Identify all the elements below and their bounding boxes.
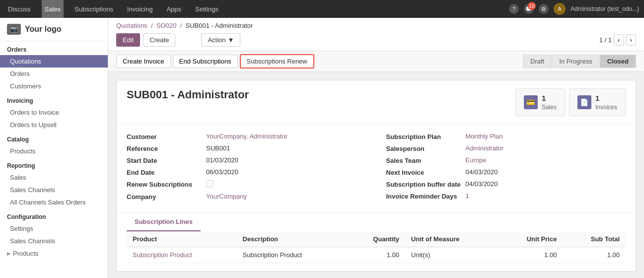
status-in-progress[interactable]: In Progress xyxy=(552,55,599,68)
status-closed[interactable]: Closed xyxy=(600,55,636,68)
status-draft[interactable]: Draft xyxy=(523,55,552,68)
chevron-right-icon: ▶ xyxy=(7,251,11,256)
col-header-uom: Unit of Measure xyxy=(405,231,498,247)
col-header-unit-price: Unit Price xyxy=(498,231,563,247)
section-invoicing: Invoicing xyxy=(0,92,108,106)
cell-description: Subscription Product xyxy=(237,247,347,263)
field-end-date-value: 06/03/2020 xyxy=(206,168,238,176)
breadcrumb: Quotations / SO020 / SUB001 - Administra… xyxy=(116,22,636,29)
smart-btn-invoices-info: 1 Invoices xyxy=(595,93,617,112)
help-icon[interactable]: ? xyxy=(509,4,519,14)
field-subscription-plan: Subscription Plan Monthly Plan xyxy=(386,133,626,140)
sidebar-item-all-channels[interactable]: All Channels Sales Orders xyxy=(0,196,108,208)
field-buffer-date-value: 04/03/2020 xyxy=(466,180,498,188)
field-company: Company YourCompany xyxy=(127,193,366,201)
topbar-item-discuss[interactable]: Discuss xyxy=(5,0,34,18)
section-reporting: Reporting xyxy=(0,157,108,171)
cell-subtotal: 1.00 xyxy=(563,247,626,263)
topbar-item-settings[interactable]: Settings xyxy=(192,0,221,18)
messages-icon[interactable]: 💬 10 xyxy=(524,4,534,14)
col-header-description: Description xyxy=(237,231,347,247)
field-customer-value[interactable]: YourCompany, Administrator xyxy=(206,133,287,140)
tabs: Subscription Lines xyxy=(117,212,636,231)
field-reminder-days: Invoice Reminder Days 1 xyxy=(386,192,626,200)
end-subscriptions-button[interactable]: End Subscriptions xyxy=(173,55,238,68)
cell-unit-price: 1.00 xyxy=(498,247,563,263)
breadcrumb-so020[interactable]: SO020 xyxy=(156,22,176,29)
field-reminder-days-value[interactable]: 1 xyxy=(466,192,469,200)
field-next-invoice-value: 04/03/2020 xyxy=(466,168,498,176)
tab-subscription-lines[interactable]: Subscription Lines xyxy=(127,213,201,231)
record-area: SUB001 - Administrator 💳 1 Sales 📄 xyxy=(108,72,644,278)
cell-product[interactable]: Subscription Product xyxy=(127,247,237,263)
create-invoice-button[interactable]: Create Invoice xyxy=(116,55,171,68)
create-button[interactable]: Create xyxy=(143,33,175,47)
field-end-date: End Date 06/03/2020 xyxy=(127,168,366,176)
smart-btn-sales-icon: 💳 xyxy=(524,95,538,109)
sidebar-item-orders-to-upsell[interactable]: Orders to Upsell xyxy=(0,119,108,131)
sidebar-item-products-config[interactable]: ▶ Products xyxy=(0,247,108,260)
sidebar-item-quotations[interactable]: Quotations xyxy=(0,55,108,68)
pagination-prev[interactable]: ‹ xyxy=(614,34,624,46)
field-company-value[interactable]: YourCompany xyxy=(206,193,247,200)
avatar[interactable]: A xyxy=(554,3,566,15)
record-header: SUB001 - Administrator 💳 1 Sales 📄 xyxy=(117,80,636,125)
topbar-item-subscriptions[interactable]: Subscriptions xyxy=(72,0,116,18)
breadcrumb-quotations[interactable]: Quotations xyxy=(116,22,147,29)
pagination-text: 1 / 1 xyxy=(599,36,612,44)
sidebar-item-config-sales-channels[interactable]: Sales Channels xyxy=(0,235,108,247)
section-configuration: Configuration xyxy=(0,208,108,222)
sidebar-item-orders[interactable]: Orders xyxy=(0,68,108,80)
col-header-subtotal: Sub Total xyxy=(563,231,626,247)
toolbar: Edit Create Action ▼ 1 / 1 ‹ › xyxy=(116,33,636,47)
field-buffer-date: Subscription buffer date 04/03/2020 xyxy=(386,180,626,188)
field-renew-subscriptions: Renew Subscriptions xyxy=(127,180,366,189)
activity-icon[interactable]: ⚙ xyxy=(539,4,549,14)
sidebar-item-products-catalog[interactable]: Products xyxy=(0,145,108,157)
field-next-invoice: Next Invoice 04/03/2020 xyxy=(386,168,626,176)
field-customer: Customer YourCompany, Administrator xyxy=(127,133,366,140)
pagination: 1 / 1 ‹ › xyxy=(599,34,636,46)
smart-btn-sales-info: 1 Sales xyxy=(542,93,557,112)
col-header-product: Product xyxy=(127,231,237,247)
edit-button[interactable]: Edit xyxy=(116,33,140,47)
main-layout: 📷 Your logo Orders Quotations Orders Cus… xyxy=(0,18,644,278)
sidebar-item-orders-to-invoice[interactable]: Orders to Invoice xyxy=(0,106,108,119)
sidebar-item-config-settings[interactable]: Settings xyxy=(0,222,108,235)
smart-btn-sales[interactable]: 💳 1 Sales xyxy=(515,88,565,116)
main-content: Quotations / SO020 / SUB001 - Administra… xyxy=(108,18,644,278)
form-col-right: Subscription Plan Monthly Plan Salespers… xyxy=(386,133,626,205)
form-body: Customer YourCompany, Administrator Refe… xyxy=(117,125,636,212)
sidebar-item-sales[interactable]: Sales xyxy=(0,171,108,184)
content-header: Quotations / SO020 / SUB001 - Administra… xyxy=(108,18,644,51)
sidebar-item-sales-channels[interactable]: Sales Channels xyxy=(0,184,108,196)
subscription-lines-table: Product Description Quantity Unit of Mea… xyxy=(127,231,626,263)
cell-uom: Unit(s) xyxy=(405,247,498,263)
topbar: Discuss Sales Subscriptions Invoicing Ap… xyxy=(0,0,644,18)
field-renew-checkbox[interactable] xyxy=(206,180,213,189)
field-salesperson-value[interactable]: Administrator xyxy=(466,144,504,152)
status-buttons: Draft In Progress Closed xyxy=(523,55,636,68)
field-sales-team-value[interactable]: Europe xyxy=(466,156,487,164)
action-button[interactable]: Action ▼ xyxy=(201,33,240,47)
field-subscription-plan-value[interactable]: Monthly Plan xyxy=(466,133,503,140)
smart-btn-invoices[interactable]: 📄 1 Invoices xyxy=(569,88,626,116)
smart-btn-sales-label: Sales xyxy=(542,103,557,112)
field-start-date-value: 01/03/2020 xyxy=(206,156,238,164)
topbar-item-apps[interactable]: Apps xyxy=(163,0,184,18)
smart-buttons: 💳 1 Sales 📄 1 Invoices xyxy=(515,88,626,116)
action-dropdown-icon: ▼ xyxy=(228,36,234,44)
field-salesperson: Salesperson Administrator xyxy=(386,144,626,152)
record-title: SUB001 - Administrator xyxy=(127,88,249,101)
section-orders: Orders xyxy=(0,41,108,55)
action-label: Action xyxy=(208,36,225,44)
smart-btn-invoices-icon: 📄 xyxy=(577,95,591,109)
topbar-item-sales[interactable]: Sales xyxy=(42,0,64,18)
action-bar: Create Invoice End Subscriptions Subscri… xyxy=(108,51,644,72)
subscriptions-renew-button[interactable]: Subscriptions Renew xyxy=(240,54,314,69)
renew-checkbox-input[interactable] xyxy=(206,180,213,187)
cell-quantity: 1.00 xyxy=(347,247,405,263)
topbar-item-invoicing[interactable]: Invoicing xyxy=(124,0,155,18)
sidebar-item-customers[interactable]: Customers xyxy=(0,80,108,92)
pagination-next[interactable]: › xyxy=(626,34,636,46)
